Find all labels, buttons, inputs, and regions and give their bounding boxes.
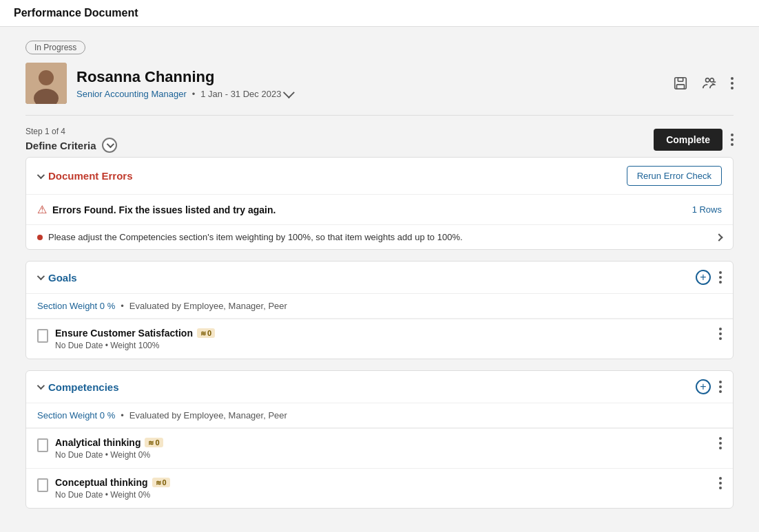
- goals-chevron-icon: [37, 273, 45, 280]
- goal-stack-badge: ≋ 0: [197, 328, 215, 338]
- goal-details: Ensure Customer Satisfaction ≋ 0 No Due …: [55, 328, 215, 350]
- flag-icon: [37, 438, 48, 452]
- goals-meta-dot: •: [121, 301, 124, 311]
- date-range[interactable]: 1 Jan - 31 Dec 2023: [200, 89, 292, 99]
- competencies-title: Competencies: [48, 381, 119, 393]
- step-actions: Complete: [654, 129, 734, 151]
- svg-point-6: [706, 78, 710, 83]
- goals-actions: +: [696, 270, 722, 285]
- competencies-add-icon[interactable]: +: [696, 379, 711, 394]
- main-content: In Progress Rosanna Channing Senior Acco…: [14, 27, 745, 532]
- svg-rect-4: [678, 78, 683, 82]
- competencies-header-left: Competencies: [37, 381, 119, 393]
- step-left: Step 1 of 4 Define Criteria: [25, 127, 117, 153]
- stack-icon: ≋: [148, 439, 154, 447]
- competency-item-left-1: Conceptual thinking ≋ 0 No Due Date • We…: [37, 477, 170, 500]
- save-icon[interactable]: [673, 76, 688, 91]
- svg-rect-5: [677, 85, 685, 89]
- step-bar: Step 1 of 4 Define Criteria Complete: [25, 127, 734, 153]
- goals-section-weight[interactable]: Section Weight 0 %: [37, 301, 115, 311]
- goals-meta: Section Weight 0 % • Evaluated by Employ…: [26, 294, 733, 319]
- svg-point-1: [39, 70, 54, 85]
- step-section: Step 1 of 4 Define Criteria Complete: [25, 127, 734, 153]
- competencies-actions: +: [696, 379, 722, 394]
- employee-role: Senior Accounting Manager • 1 Jan - 31 D…: [76, 89, 292, 99]
- flag-icon: [37, 329, 48, 343]
- competencies-meta-dot: •: [121, 410, 124, 421]
- avatar: [25, 63, 67, 104]
- competencies-card: Competencies + Section Weight 0 % • Eval…: [25, 370, 734, 509]
- page-title: Performance Document: [14, 7, 138, 19]
- competencies-section-weight[interactable]: Section Weight 0 %: [37, 410, 115, 421]
- flag-icon: [37, 478, 48, 492]
- competencies-chevron-icon: [37, 382, 45, 390]
- goals-more-icon[interactable]: [719, 271, 722, 284]
- error-list-item[interactable]: Please adjust the Competencies section's…: [26, 224, 733, 249]
- goals-add-icon[interactable]: +: [696, 270, 711, 285]
- stack-icon: ≋: [200, 330, 206, 337]
- goal-sub: No Due Date • Weight 100%: [55, 341, 215, 350]
- step-circle-icon[interactable]: [102, 138, 117, 153]
- competency-item-0: Analytical thinking ≋ 0 No Due Date • We…: [26, 428, 733, 468]
- step-title: Define Criteria: [25, 138, 117, 153]
- competency-more-icon-1[interactable]: [719, 477, 722, 489]
- goal-item-left: Ensure Customer Satisfaction ≋ 0 No Due …: [37, 328, 215, 350]
- document-errors-card: Document Errors Rerun Error Check ⚠ Erro…: [25, 157, 734, 250]
- competency-sub-0: No Due Date • Weight 0%: [55, 450, 163, 460]
- errors-chevron-icon: [37, 171, 45, 178]
- goals-list: Ensure Customer Satisfaction ≋ 0 No Due …: [26, 319, 733, 359]
- errors-header-left: Document Errors: [37, 170, 133, 182]
- step-label: Step 1 of 4: [25, 127, 117, 136]
- competency-name-0: Analytical thinking ≋ 0: [55, 437, 163, 448]
- employee-actions: [673, 76, 734, 91]
- error-summary: ⚠ Errors Found. Fix the issues listed an…: [26, 195, 733, 224]
- error-item-text: Please adjust the Competencies section's…: [48, 232, 463, 242]
- competency-item-1: Conceptual thinking ≋ 0 No Due Date • We…: [26, 468, 733, 508]
- red-dot-icon: [37, 235, 43, 240]
- chevron-down-icon: [283, 87, 295, 98]
- error-title-row: ⚠ Errors Found. Fix the issues listed an…: [37, 203, 275, 216]
- goal-more-icon[interactable]: [719, 328, 722, 340]
- competency-details-1: Conceptual thinking ≋ 0 No Due Date • We…: [55, 477, 170, 500]
- status-badge: In Progress: [25, 41, 85, 54]
- step-more-icon[interactable]: [731, 134, 734, 146]
- employee-details: Rosanna Channing Senior Accounting Manag…: [76, 68, 292, 99]
- rows-count: 1 Rows: [692, 204, 722, 215]
- competency-sub-1: No Due Date • Weight 0%: [55, 490, 170, 500]
- goals-title: Goals: [48, 272, 77, 284]
- warning-icon: ⚠: [37, 203, 47, 216]
- rerun-error-check-button[interactable]: Rerun Error Check: [627, 166, 722, 186]
- competencies-meta: Section Weight 0 % • Evaluated by Employ…: [26, 403, 733, 428]
- competency-details-0: Analytical thinking ≋ 0 No Due Date • We…: [55, 437, 163, 460]
- competencies-list: Analytical thinking ≋ 0 No Due Date • We…: [26, 428, 733, 508]
- goal-item: Ensure Customer Satisfaction ≋ 0 No Due …: [26, 319, 733, 359]
- error-item-left: Please adjust the Competencies section's…: [37, 232, 463, 242]
- complete-button[interactable]: Complete: [654, 129, 722, 151]
- goals-evaluated-by: Evaluated by Employee, Manager, Peer: [129, 301, 287, 311]
- goals-header: Goals +: [26, 262, 733, 294]
- competency-stack-badge-1: ≋ 0: [152, 478, 170, 487]
- error-title-text: Errors Found. Fix the issues listed and …: [52, 204, 275, 215]
- document-errors-title: Document Errors: [48, 170, 133, 182]
- competencies-header: Competencies +: [26, 371, 733, 403]
- more-options-icon[interactable]: [731, 77, 734, 89]
- competency-item-left-0: Analytical thinking ≋ 0 No Due Date • We…: [37, 437, 163, 460]
- employee-header: Rosanna Channing Senior Accounting Manag…: [25, 63, 734, 104]
- goals-card: Goals + Section Weight 0 % • Evaluated b…: [25, 261, 734, 359]
- people-icon[interactable]: [702, 76, 717, 91]
- competency-name-1: Conceptual thinking ≋ 0: [55, 477, 170, 488]
- page-header: Performance Document: [0, 0, 759, 27]
- document-errors-header: Document Errors Rerun Error Check: [26, 158, 733, 195]
- goal-name: Ensure Customer Satisfaction ≋ 0: [55, 328, 215, 339]
- competency-stack-badge-0: ≋ 0: [145, 438, 163, 447]
- competencies-more-icon[interactable]: [719, 381, 722, 393]
- stack-icon: ≋: [156, 479, 161, 487]
- chevron-down-sm-icon: [106, 140, 114, 148]
- header-divider: [25, 115, 734, 116]
- employee-role-title: Senior Accounting Manager: [76, 89, 187, 99]
- chevron-right-icon: [715, 233, 722, 241]
- role-separator: •: [192, 89, 196, 99]
- competency-more-icon-0[interactable]: [719, 437, 722, 449]
- goals-header-left: Goals: [37, 272, 77, 284]
- avatar-image: [25, 63, 67, 104]
